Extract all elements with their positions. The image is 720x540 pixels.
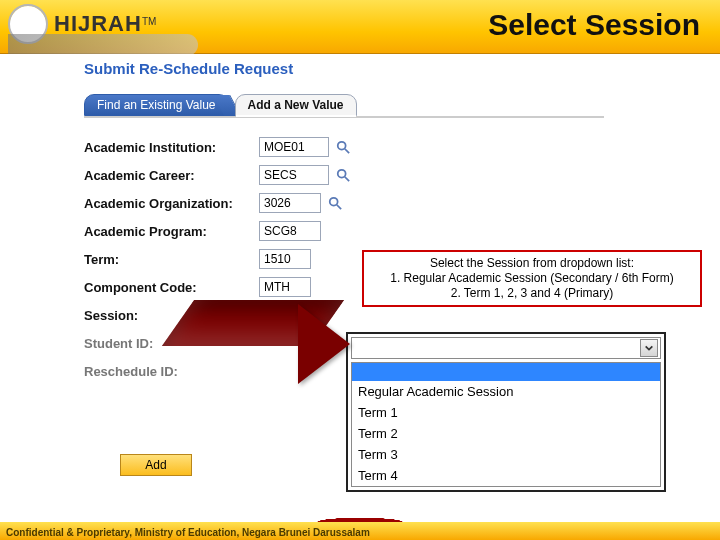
tab-add-new[interactable]: Add a New Value <box>235 94 357 116</box>
pointer-arrow <box>236 300 346 390</box>
brand-block: HIJRAHTM <box>8 4 156 44</box>
brand-name: HIJRAH <box>54 11 142 36</box>
tab-find-label: Find an Existing Value <box>97 98 216 112</box>
session-option-list: Regular Academic Session Term 1 Term 2 T… <box>351 362 661 487</box>
svg-point-4 <box>330 198 338 206</box>
session-select[interactable] <box>351 337 661 359</box>
callout-line3: 2. Term 1, 2, 3 and 4 (Primary) <box>370 286 694 301</box>
label-career: Academic Career: <box>84 168 259 183</box>
callout-line2: 1. Regular Academic Session (Secondary /… <box>370 271 694 286</box>
input-program[interactable] <box>259 221 321 241</box>
instruction-callout: Select the Session from dropdown list: 1… <box>362 250 702 307</box>
svg-point-2 <box>338 170 346 178</box>
input-career[interactable] <box>259 165 329 185</box>
footer-text: Confidential & Proprietary, Ministry of … <box>6 527 370 538</box>
page-body: Submit Re-Schedule Request Find an Exist… <box>0 54 720 540</box>
tab-add-label: Add a New Value <box>248 98 344 112</box>
tab-find-existing[interactable]: Find an Existing Value <box>84 94 229 116</box>
add-button[interactable]: Add <box>120 454 192 476</box>
label-term: Term: <box>84 252 259 267</box>
label-reschedule-id: Reschedule ID: <box>84 364 259 379</box>
row-career: Academic Career: <box>84 162 504 188</box>
input-institution[interactable] <box>259 137 329 157</box>
label-organization: Academic Organization: <box>84 196 259 211</box>
label-program: Academic Program: <box>84 224 259 239</box>
row-organization: Academic Organization: <box>84 190 504 216</box>
svg-point-0 <box>338 142 346 150</box>
input-term[interactable] <box>259 249 311 269</box>
search-icon[interactable] <box>335 167 351 183</box>
svg-line-5 <box>337 205 341 209</box>
chevron-down-icon[interactable] <box>640 339 658 357</box>
session-dropdown-panel: Regular Academic Session Term 1 Term 2 T… <box>346 332 666 492</box>
app-header: HIJRAHTM Select Session <box>0 0 720 54</box>
svg-line-1 <box>345 149 349 153</box>
session-option-regular[interactable]: Regular Academic Session <box>352 381 660 402</box>
brand-swoosh <box>8 34 198 56</box>
session-option-blank[interactable] <box>352 363 660 381</box>
input-component-code[interactable] <box>259 277 311 297</box>
search-icon[interactable] <box>327 195 343 211</box>
label-component-code: Component Code: <box>84 280 259 295</box>
row-program: Academic Program: <box>84 218 504 244</box>
svg-line-3 <box>345 177 349 181</box>
row-institution: Academic Institution: <box>84 134 504 160</box>
tabs: Find an Existing Value Add a New Value <box>84 94 357 116</box>
input-organization[interactable] <box>259 193 321 213</box>
session-option-term2[interactable]: Term 2 <box>352 423 660 444</box>
page-title: Select Session <box>488 8 700 42</box>
search-icon[interactable] <box>335 139 351 155</box>
session-option-term4[interactable]: Term 4 <box>352 465 660 486</box>
session-option-term1[interactable]: Term 1 <box>352 402 660 423</box>
session-option-term3[interactable]: Term 3 <box>352 444 660 465</box>
label-institution: Academic Institution: <box>84 140 259 155</box>
section-title: Submit Re-Schedule Request <box>84 60 293 77</box>
add-button-label: Add <box>145 458 166 472</box>
callout-line1: Select the Session from dropdown list: <box>370 256 694 271</box>
brand-tm: TM <box>142 16 156 27</box>
